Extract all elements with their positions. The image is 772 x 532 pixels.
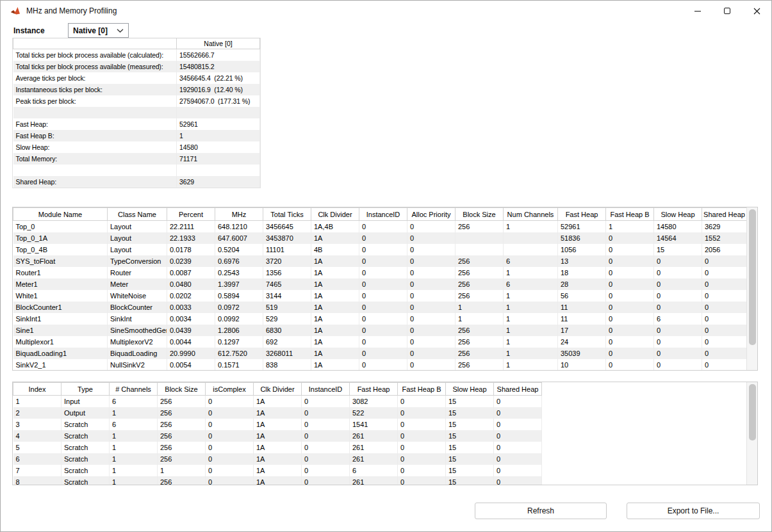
table-cell[interactable]: 0	[359, 255, 407, 267]
table-row[interactable]: Instantaneous ticks per block:1929016.9 …	[13, 84, 260, 95]
table-row[interactable]: 7Scratch1101A060150	[13, 465, 542, 476]
table-cell[interactable]: BlockCounter1	[13, 302, 108, 313]
table-cell[interactable]: 0	[398, 453, 446, 465]
table-cell[interactable]: 1A	[311, 267, 359, 278]
table-row[interactable]: 4Scratch125601A02610150	[13, 430, 542, 442]
table-cell[interactable]: 1	[504, 348, 558, 359]
table-row[interactable]: BlockCounter1BlockCounter0.00330.0972519…	[13, 302, 747, 313]
table-cell[interactable]: 0	[407, 244, 456, 255]
table-cell[interactable]: SinkInt1	[13, 313, 108, 325]
table-cell[interactable]: 3629	[177, 176, 260, 188]
table-cell[interactable]: 838	[263, 359, 311, 371]
table-cell[interactable]: 1	[504, 336, 558, 348]
table-cell[interactable]: 1A	[311, 336, 359, 348]
table-cell[interactable]: BiquadLoading	[108, 348, 167, 359]
table-cell[interactable]: 0	[702, 348, 747, 359]
table-cell[interactable]: Shared Heap:	[13, 176, 177, 188]
table-row[interactable]: Meter1Meter0.04801.399774651A00256628000	[13, 278, 747, 290]
table-cell[interactable]: 1	[456, 313, 504, 325]
table-cell[interactable]: 0.5894	[215, 290, 263, 302]
table-cell[interactable]: 1	[504, 267, 558, 278]
table-cell[interactable]: 1A	[254, 430, 302, 442]
table-cell[interactable]: 1A	[311, 313, 359, 325]
table-cell[interactable]: 0	[702, 290, 747, 302]
table-cell[interactable]: 0	[606, 232, 654, 244]
table-cell[interactable]: 20.9990	[167, 348, 215, 359]
table-cell[interactable]: Slow Heap:	[13, 141, 177, 153]
table-row[interactable]: Total ticks per block process available …	[13, 49, 260, 61]
table-cell[interactable]: 0	[359, 221, 407, 232]
close-button[interactable]	[742, 1, 771, 21]
table-cell[interactable]: 11	[558, 313, 606, 325]
table-cell[interactable]: 0.5204	[215, 244, 263, 255]
table-cell[interactable]: 0.0044	[167, 336, 215, 348]
table-cell[interactable]: 0.0202	[167, 290, 215, 302]
table-cell[interactable]: 529	[263, 313, 311, 325]
table-cell[interactable]: 13	[558, 255, 606, 267]
table-cell[interactable]: 15	[654, 244, 702, 255]
table-cell[interactable]: 0	[654, 359, 702, 371]
table-cell[interactable]: Total Memory:	[13, 153, 177, 165]
table-cell[interactable]: 11101	[263, 244, 311, 255]
table-cell[interactable]: 0	[359, 278, 407, 290]
table-cell[interactable]: 56	[558, 290, 606, 302]
table-cell[interactable]: 0	[206, 476, 254, 486]
table-cell[interactable]: 1A,4B	[311, 221, 359, 232]
table-cell[interactable]: Scratch	[62, 476, 110, 486]
table-cell[interactable]: Fast Heap:	[13, 118, 177, 130]
table-cell[interactable]: 0	[359, 359, 407, 371]
table-cell[interactable]: SinkV2_1	[13, 359, 108, 371]
table-cell[interactable]: 0	[654, 302, 702, 313]
table-cell[interactable]	[177, 107, 260, 118]
table-cell[interactable]: Layout	[108, 244, 167, 255]
table-cell[interactable]: 256	[158, 430, 206, 442]
table-cell[interactable]: 27594067.0 (177.31 %)	[177, 95, 260, 107]
table-cell[interactable]: 0	[494, 442, 542, 453]
table-cell[interactable]: 0.6976	[215, 255, 263, 267]
table-cell[interactable]: 0	[654, 336, 702, 348]
table-cell[interactable]: 256	[158, 476, 206, 486]
table-cell[interactable]: 0	[702, 278, 747, 290]
table-cell[interactable]: 0	[407, 313, 456, 325]
table-row[interactable]: Top_0_4BLayout0.01780.5204111014B0010560…	[13, 244, 747, 255]
table-cell[interactable]: 0	[206, 453, 254, 465]
table-cell[interactable]: 15	[446, 465, 494, 476]
table-cell[interactable]: 0	[494, 419, 542, 430]
table-cell[interactable]: 0	[654, 325, 702, 336]
table-cell[interactable]: 0.1571	[215, 359, 263, 371]
table-cell[interactable]: BiquadLoading1	[13, 348, 108, 359]
table-cell[interactable]: 0	[606, 302, 654, 313]
table-cell[interactable]: 0	[206, 407, 254, 419]
table-cell[interactable]: 0	[606, 244, 654, 255]
table-cell[interactable]: 0	[702, 313, 747, 325]
table-cell[interactable]: 3720	[263, 255, 311, 267]
table-cell[interactable]	[456, 244, 504, 255]
table-cell[interactable]: 0	[702, 359, 747, 371]
table-cell[interactable]: 15	[446, 407, 494, 419]
table-cell[interactable]: 1	[110, 453, 158, 465]
table-cell[interactable]: 0	[359, 313, 407, 325]
table-cell[interactable]: 15480815.2	[177, 61, 260, 72]
table-cell[interactable]: 18	[558, 267, 606, 278]
table-cell[interactable]: 0.0034	[167, 313, 215, 325]
table-row[interactable]: Multiplexor1MultiplexorV20.00440.1297692…	[13, 336, 747, 348]
table-cell[interactable]: 261	[350, 430, 398, 442]
table-cell[interactable]: 0	[494, 407, 542, 419]
table-cell[interactable]: 0	[494, 465, 542, 476]
table-cell[interactable]: 1	[504, 302, 558, 313]
table-cell[interactable]: 1	[504, 313, 558, 325]
table-row[interactable]: Sine1SineSmoothedGen0.04391.280668301A00…	[13, 325, 747, 336]
table-cell[interactable]: 0	[407, 232, 456, 244]
table-cell[interactable]: 3	[13, 419, 62, 430]
table-cell[interactable]: 0	[606, 336, 654, 348]
table-cell[interactable]: 1	[110, 476, 158, 486]
table-cell[interactable]: 1A	[254, 465, 302, 476]
table-cell[interactable]: 14580	[654, 221, 702, 232]
table-cell[interactable]: 0	[606, 325, 654, 336]
table-cell[interactable]: 261	[350, 442, 398, 453]
table-cell[interactable]: 35039	[558, 348, 606, 359]
table-cell[interactable]: 1929016.9 (12.40 %)	[177, 84, 260, 95]
table-cell[interactable]: 3082	[350, 396, 398, 407]
table-cell[interactable]: 1A	[254, 396, 302, 407]
table-cell[interactable]: 0	[702, 336, 747, 348]
